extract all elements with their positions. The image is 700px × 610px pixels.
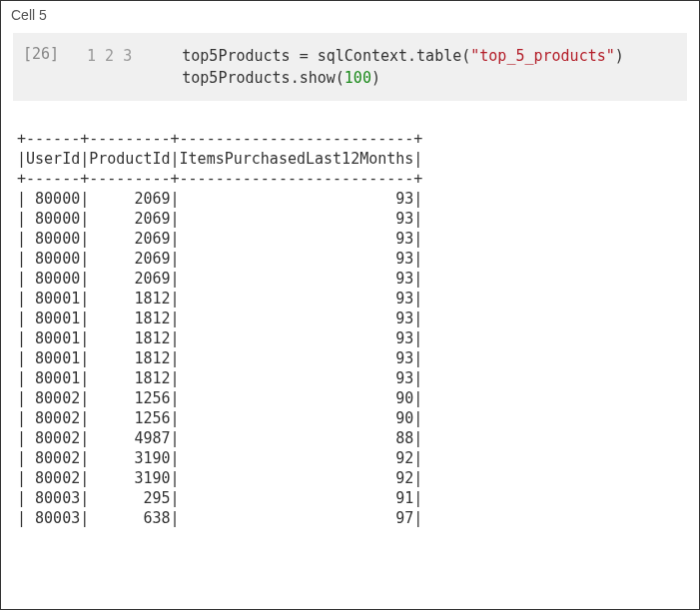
code-line: top5Products.show(100) — [146, 67, 677, 89]
code-cell[interactable]: [26] 1 2 3 top5Products = sqlContext.tab… — [13, 33, 687, 101]
code-line: top5Products = sqlContext.table("top_5_p… — [146, 45, 677, 67]
code-editor[interactable]: top5Products = sqlContext.table("top_5_p… — [146, 45, 677, 89]
cell-output: +------+---------+----------------------… — [17, 129, 683, 528]
line-gutter: 1 2 3 — [83, 45, 146, 89]
execution-count: [26] — [23, 45, 83, 89]
cell-label: Cell 5 — [11, 7, 47, 23]
cell-header: Cell 5 — [1, 1, 699, 29]
